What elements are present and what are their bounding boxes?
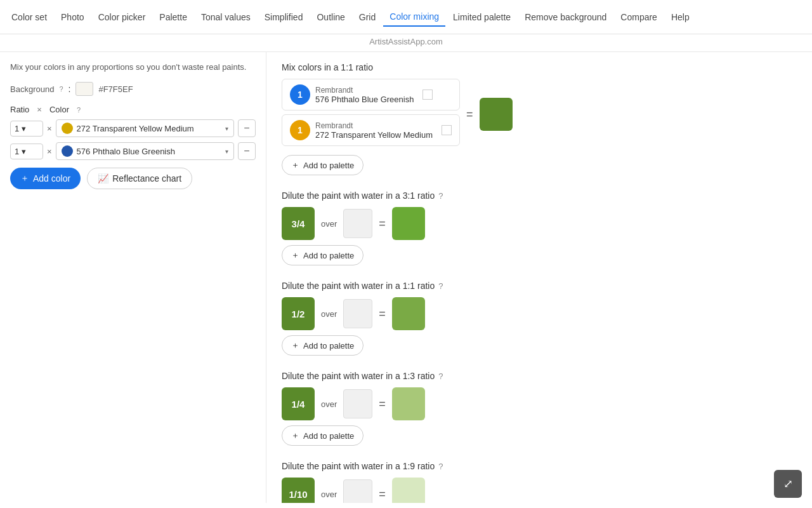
tagline: Mix your colors in any proportions so yo… xyxy=(10,62,256,72)
dilution-equals-2: = xyxy=(379,398,386,411)
card-checkbox-0[interactable] xyxy=(422,90,433,100)
color-dot-0 xyxy=(62,123,73,134)
dilution-badge-2: 1/4 xyxy=(282,387,315,420)
nav-item-simplified[interactable]: Simplified xyxy=(258,8,310,26)
over-label-3: over xyxy=(321,490,337,499)
color-name-1: 576 Phthalo Blue Greenish xyxy=(77,147,175,156)
dilution-title-text-0: Dilute the paint with water in a 3:1 rat… xyxy=(282,190,435,201)
background-help-icon[interactable]: ? xyxy=(59,85,63,93)
dilution-row-3: 1/10 over = xyxy=(282,478,797,503)
background-swatch[interactable] xyxy=(75,82,93,96)
water-swatch-1 xyxy=(343,299,372,328)
dilution-equals-1: = xyxy=(379,307,386,321)
add-palette-label-dilution-0: Add to palette xyxy=(303,251,354,260)
plus-icon: ＋ xyxy=(20,173,29,184)
card-name-1: 272 Transparent Yellow Medium xyxy=(315,130,433,140)
plus-icon-dilution-0: ＋ xyxy=(291,250,299,261)
water-swatch-3 xyxy=(343,479,372,503)
nav-item-outline[interactable]: Outline xyxy=(310,8,351,26)
color-name-0: 272 Transparent Yellow Medium xyxy=(77,124,194,133)
color-card-1: 1 Rembrandt 272 Transparent Yellow Mediu… xyxy=(282,114,460,146)
dilution-row-0: 3/4 over = xyxy=(282,207,797,240)
ratio-value-1: 1 xyxy=(15,147,19,156)
colon: : xyxy=(69,84,71,94)
add-palette-btn-dilution-0[interactable]: ＋ Add to palette xyxy=(282,245,363,265)
remove-button-0[interactable]: − xyxy=(238,119,256,137)
dilution-title-1: Dilute the paint with water in a 1:1 rat… xyxy=(282,281,797,291)
card-brand-1: Rembrandt xyxy=(315,121,433,130)
dilution-title-2: Dilute the paint with water in a 1:3 rat… xyxy=(282,371,797,381)
nav-item-color-set[interactable]: Color set xyxy=(5,8,53,26)
dilution-help-icon-1[interactable]: ? xyxy=(438,281,443,291)
dilution-title-text-1: Dilute the paint with water in a 1:1 rat… xyxy=(282,281,435,291)
add-color-button[interactable]: ＋ Add color xyxy=(10,168,81,189)
color-card-0: 1 Rembrandt 576 Phthalo Blue Greenish xyxy=(282,79,460,110)
nav-item-tonal-values[interactable]: Tonal values xyxy=(195,8,257,26)
nav-item-color-picker[interactable]: Color picker xyxy=(92,8,152,26)
add-to-palette-button-0[interactable]: ＋ Add to palette xyxy=(282,155,363,175)
reflectance-button[interactable]: 📈 Reflectance chart xyxy=(87,168,192,189)
nav-item-photo[interactable]: Photo xyxy=(55,8,91,26)
add-palette-btn-dilution-2[interactable]: ＋ Add to palette xyxy=(282,425,363,446)
action-row: ＋ Add color 📈 Reflectance chart xyxy=(10,168,256,189)
ratio-select-0[interactable]: 1 ▾ xyxy=(10,121,43,137)
mix-1-1-section: Mix colors in a 1:1 ratio 1 Rembrandt 57… xyxy=(282,62,797,175)
dilution-title-0: Dilute the paint with water in a 3:1 rat… xyxy=(282,190,797,201)
card-checkbox-1[interactable] xyxy=(442,125,452,135)
nav-item-remove-background[interactable]: Remove background xyxy=(518,8,613,26)
ratio-value-0: 1 xyxy=(15,124,19,133)
add-palette-btn-dilution-1[interactable]: ＋ Add to palette xyxy=(282,335,363,356)
dilution-title-3: Dilute the paint with water in a 1:9 rat… xyxy=(282,461,797,471)
dilution-row-2: 1/4 over = xyxy=(282,387,797,420)
color-dot-1 xyxy=(62,145,73,157)
dilution-help-icon-2[interactable]: ? xyxy=(438,371,443,381)
dilution-result-3 xyxy=(392,478,425,503)
x-label-0: × xyxy=(47,124,52,133)
right-panel: Mix colors in a 1:1 ratio 1 Rembrandt 57… xyxy=(266,52,812,503)
dilution-badge-0: 3/4 xyxy=(282,207,315,240)
chart-icon: 📈 xyxy=(98,173,108,184)
add-color-label: Add color xyxy=(33,173,70,184)
ratio-header: Ratio xyxy=(10,105,29,114)
subtitle: ArtistAssistApp.com xyxy=(0,34,812,52)
x-header: × xyxy=(37,105,42,114)
nav-item-compare[interactable]: Compare xyxy=(614,8,664,26)
nav-item-palette[interactable]: Palette xyxy=(153,8,193,26)
dilution-equals-0: = xyxy=(379,217,386,231)
background-row: Background ? : #F7F5EF xyxy=(10,82,256,96)
dilution-section-0: Dilute the paint with water in a 3:1 rat… xyxy=(282,190,797,265)
nav-item-color-mixing[interactable]: Color mixing xyxy=(383,8,445,27)
water-swatch-0 xyxy=(343,209,372,238)
plus-icon-dilution-1: ＋ xyxy=(291,340,299,351)
equals-sign: = xyxy=(466,108,473,121)
add-palette-label-dilution-1: Add to palette xyxy=(303,341,354,351)
color-select-0[interactable]: 272 Transparent Yellow Medium ▾ xyxy=(56,119,234,137)
card-brand-0: Rembrandt xyxy=(315,86,414,95)
plus-icon-dilution-2: ＋ xyxy=(291,430,299,441)
card-num-1: 1 xyxy=(290,120,310,140)
background-hex: #F7F5EF xyxy=(98,84,133,94)
color-rows: 1 ▾ × 272 Transparent Yellow Medium ▾ − … xyxy=(10,119,256,160)
dilution-row-1: 1/2 over = xyxy=(282,297,797,330)
over-label-0: over xyxy=(321,219,337,229)
color-chevron-0: ▾ xyxy=(225,125,228,132)
nav-item-help[interactable]: Help xyxy=(665,8,696,26)
dilution-equals-3: = xyxy=(379,488,386,501)
dilution-help-icon-0[interactable]: ? xyxy=(438,191,443,201)
nav-item-grid[interactable]: Grid xyxy=(353,8,382,26)
over-label-1: over xyxy=(321,309,337,319)
nav-item-limited-palette[interactable]: Limited palette xyxy=(447,8,517,26)
add-palette-label-dilution-2: Add to palette xyxy=(303,431,354,441)
remove-button-1[interactable]: − xyxy=(238,142,256,160)
mix-1-1-title: Mix colors in a 1:1 ratio xyxy=(282,62,797,72)
mix-result-row: 1 Rembrandt 576 Phthalo Blue Greenish 1 … xyxy=(282,79,797,150)
dilution-help-icon-3[interactable]: ? xyxy=(438,462,443,471)
color-select-1[interactable]: 576 Phthalo Blue Greenish ▾ xyxy=(56,142,234,160)
color-row-1: 1 ▾ × 576 Phthalo Blue Greenish ▾ − xyxy=(10,142,256,160)
ratio-select-1[interactable]: 1 ▾ xyxy=(10,144,43,159)
color-help-icon[interactable]: ? xyxy=(77,106,81,114)
background-label: Background xyxy=(10,84,54,94)
fullscreen-button[interactable]: ⤢ xyxy=(774,470,802,498)
dilution-result-2 xyxy=(392,387,425,420)
over-label-2: over xyxy=(321,399,337,409)
